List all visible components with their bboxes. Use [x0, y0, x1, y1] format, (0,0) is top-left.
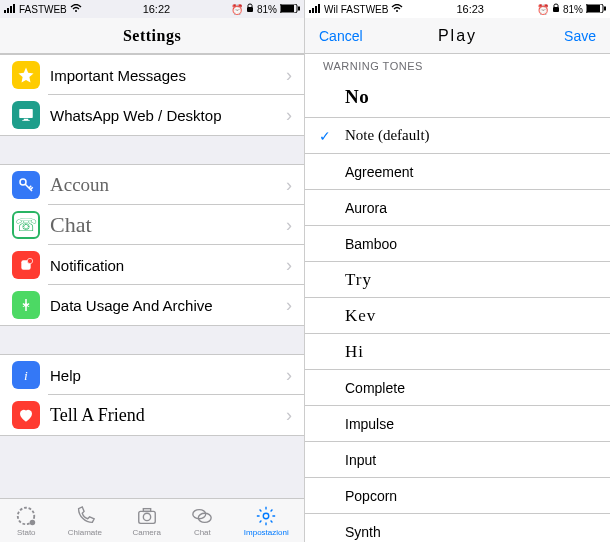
tone-picker-screen: Wil FASTWEB 16:23 ⏰ 81% Cancel Play Save… [305, 0, 610, 542]
settings-row-notif[interactable]: Notification› [0, 245, 304, 285]
row-label: Help [50, 367, 286, 384]
tone-row[interactable]: Synth [305, 514, 610, 542]
tab-chiamate[interactable]: Chiamate [68, 505, 102, 537]
status-ring-icon [15, 505, 37, 527]
svg-point-23 [264, 513, 270, 519]
settings-list: Important Messages›WhatsApp Web / Deskto… [0, 54, 304, 498]
wifi-icon [70, 4, 82, 15]
gear-icon [255, 505, 277, 527]
chevron-right-icon: › [286, 215, 292, 236]
save-button[interactable]: Save [564, 28, 596, 44]
svg-rect-5 [247, 7, 253, 12]
tab-label: Chat [194, 528, 211, 537]
battery-pct: 81% [257, 4, 277, 15]
tone-row[interactable]: Try [305, 262, 610, 298]
settings-row-account[interactable]: Accoun› [0, 165, 304, 205]
svg-point-19 [143, 513, 150, 520]
alarm-icon: ⏰ [537, 4, 549, 15]
tone-label: No [345, 86, 369, 108]
svg-point-17 [30, 519, 35, 525]
tab-camera[interactable]: Camera [132, 505, 160, 537]
tone-label: Hi [345, 342, 364, 362]
tone-label: Popcorn [345, 488, 397, 504]
chat-bubbles-icon [191, 505, 213, 527]
svg-rect-20 [143, 508, 150, 511]
settings-row-chat[interactable]: ☏Chat› [0, 205, 304, 245]
tone-row[interactable]: Agreement [305, 154, 610, 190]
row-label: Notification [50, 257, 286, 274]
tone-row[interactable]: No [305, 76, 610, 118]
battery-icon [586, 4, 606, 15]
clock: 16:23 [456, 3, 484, 15]
chevron-right-icon: › [286, 295, 292, 316]
key-icon [12, 171, 40, 199]
row-label: Chat [50, 212, 286, 238]
page-title: Play [438, 27, 477, 45]
tone-row[interactable]: Bamboo [305, 226, 610, 262]
svg-rect-9 [19, 109, 33, 118]
chevron-right-icon: › [286, 65, 292, 86]
tab-impostazioni[interactable]: Impostazioni [244, 505, 289, 537]
heart-icon [12, 401, 40, 429]
tone-label: Agreement [345, 164, 413, 180]
page-title: Settings [123, 27, 181, 45]
tone-row[interactable]: Kev [305, 298, 610, 334]
tab-stato[interactable]: Stato [15, 505, 37, 537]
row-label: Important Messages [50, 67, 286, 84]
tone-row[interactable]: Popcorn [305, 478, 610, 514]
chevron-right-icon: › [286, 105, 292, 126]
tone-label: Note (default) [345, 127, 430, 144]
status-bar-right: Wil FASTWEB 16:23 ⏰ 81% [305, 0, 610, 18]
tone-label: Aurora [345, 200, 387, 216]
settings-row-data[interactable]: Data Usage And Archive› [0, 285, 304, 325]
info-icon: i [12, 361, 40, 389]
svg-rect-1 [7, 8, 9, 13]
chevron-right-icon: › [286, 405, 292, 426]
tab-chat[interactable]: Chat [191, 505, 213, 537]
nav-header-settings: Settings [0, 18, 304, 54]
tab-label: Chiamate [68, 528, 102, 537]
svg-point-21 [193, 509, 206, 518]
lock-icon [246, 3, 254, 15]
lock-icon [552, 3, 560, 15]
svg-rect-26 [315, 6, 317, 13]
tone-row[interactable]: Aurora [305, 190, 610, 226]
svg-rect-29 [553, 7, 559, 12]
tone-row[interactable]: Impulse [305, 406, 610, 442]
battery-icon [280, 4, 300, 15]
svg-rect-2 [10, 6, 12, 13]
tone-row[interactable]: Input [305, 442, 610, 478]
settings-row-tell[interactable]: Tell A Friend› [0, 395, 304, 435]
svg-rect-0 [4, 10, 6, 13]
nav-header-tones: Cancel Play Save [305, 18, 610, 54]
settings-row-important[interactable]: Important Messages› [0, 55, 304, 95]
svg-rect-7 [281, 5, 294, 12]
settings-row-help[interactable]: iHelp› [0, 355, 304, 395]
tone-label: Kev [345, 306, 376, 326]
star-icon [12, 61, 40, 89]
chevron-right-icon: › [286, 255, 292, 276]
svg-point-14 [27, 258, 32, 263]
phone-icon [74, 505, 96, 527]
signal-icon [309, 4, 321, 15]
cancel-button[interactable]: Cancel [319, 28, 363, 44]
tone-row[interactable]: Note (default) [305, 118, 610, 154]
svg-rect-32 [604, 6, 606, 10]
row-label: Tell A Friend [50, 405, 286, 426]
chevron-right-icon: › [286, 365, 292, 386]
row-label: WhatsApp Web / Desktop [50, 107, 286, 124]
tone-row[interactable]: Complete [305, 370, 610, 406]
bell-icon [12, 251, 40, 279]
tab-bar: StatoChiamateCameraChatImpostazioni [0, 498, 304, 542]
camera-icon [136, 505, 158, 527]
svg-rect-27 [318, 4, 320, 13]
svg-rect-3 [13, 4, 15, 13]
tone-label: Synth [345, 524, 381, 540]
tone-label: Input [345, 452, 376, 468]
svg-point-4 [75, 10, 77, 12]
tone-row[interactable]: Hi [305, 334, 610, 370]
svg-rect-8 [298, 6, 300, 10]
tone-label: Bamboo [345, 236, 397, 252]
settings-row-web[interactable]: WhatsApp Web / Desktop› [0, 95, 304, 135]
tone-label: Complete [345, 380, 405, 396]
